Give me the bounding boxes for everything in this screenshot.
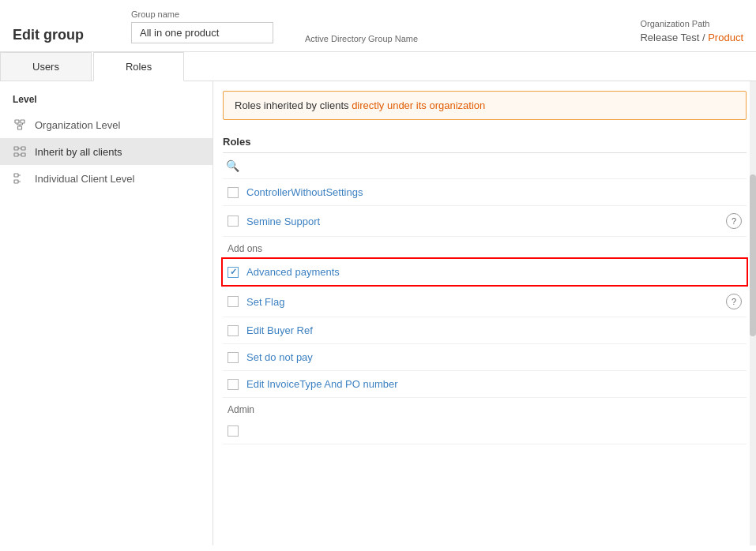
scrollbar-thumb[interactable] [750, 174, 756, 337]
role-name-edit-buyer-ref: Edit Buyer Ref [246, 324, 313, 336]
sidebar-individual-label: Individual Client Level [35, 173, 134, 185]
svg-rect-10 [21, 153, 25, 156]
info-text-before: Roles inherited by clients [235, 99, 352, 111]
role-name-advanced-payments: Advanced payments [246, 266, 340, 278]
header: Edit group Group name Active Directory G… [0, 0, 756, 52]
group-name-field: Group name [131, 9, 273, 43]
content-area: Level Organization Level [0, 81, 756, 545]
search-icon: 🔍 [226, 159, 239, 172]
svg-rect-13 [14, 174, 18, 177]
ad-group-label: Active Directory Group Name [305, 34, 418, 43]
level-label: Level [0, 94, 213, 111]
role-checkbox-controller[interactable] [228, 187, 239, 198]
tab-roles[interactable]: Roles [93, 52, 184, 81]
svg-rect-14 [14, 180, 18, 183]
svg-rect-0 [15, 120, 19, 123]
role-item-advanced-payments[interactable]: Advanced payments [221, 257, 748, 287]
main-panel: Roles inherited by clients directly unde… [213, 81, 756, 545]
role-item-admin-partial[interactable] [223, 418, 747, 444]
sidebar-item-org-level[interactable]: Organization Level [0, 111, 213, 138]
role-checkbox-edit-invoice-type[interactable] [228, 379, 239, 390]
role-name-controller: ControllerWithoutSettings [246, 186, 363, 198]
org-path-label: Organization Path [640, 19, 743, 28]
search-row[interactable]: 🔍 [223, 153, 747, 179]
role-name-set-do-not-pay: Set do not pay [246, 351, 313, 363]
org-path-sub: Product [708, 32, 743, 43]
role-checkbox-advanced-payments[interactable] [228, 267, 239, 278]
inherit-icon [13, 144, 27, 159]
roles-section: Roles 🔍 ControllerWithoutSettings Semine… [223, 129, 747, 444]
svg-rect-1 [21, 120, 24, 123]
org-path-org: Release Test [640, 32, 699, 43]
svg-rect-8 [21, 147, 25, 150]
sidebar-item-inherit[interactable]: Inherit by all clients [0, 138, 213, 165]
role-checkbox-set-flag[interactable] [228, 296, 239, 307]
scrollbar-track [750, 81, 756, 545]
tab-bar: Users Roles [0, 52, 756, 81]
sidebar: Level Organization Level [0, 81, 213, 545]
svg-rect-7 [14, 147, 18, 150]
info-banner: Roles inherited by clients directly unde… [223, 91, 747, 120]
tab-users[interactable]: Users [0, 52, 92, 81]
role-checkbox-semine[interactable] [228, 216, 239, 227]
ad-group-field: Active Directory Group Name [305, 34, 418, 43]
sidebar-org-label: Organization Level [35, 119, 120, 131]
sidebar-item-individual[interactable]: Individual Client Level [0, 165, 213, 192]
role-name-semine: Semine Support [246, 216, 320, 227]
page-title: Edit group [13, 27, 84, 43]
org-path-value: Release Test / Product [640, 32, 743, 43]
info-text-highlight: directly under its organization [352, 99, 485, 111]
role-item-set-flag[interactable]: Set Flag ? [223, 287, 747, 317]
role-item-edit-invoice-type[interactable]: Edit InvoiceType And PO number [223, 371, 747, 398]
role-checkbox-set-do-not-pay[interactable] [228, 352, 239, 363]
role-item-semine[interactable]: Semine Support ? [223, 206, 747, 237]
org-path-sep: / [699, 32, 708, 43]
role-checkbox-admin-partial[interactable] [228, 425, 239, 437]
role-item-edit-buyer-ref[interactable]: Edit Buyer Ref [223, 317, 747, 344]
role-item-set-do-not-pay[interactable]: Set do not pay [223, 344, 747, 371]
role-name-edit-invoice-type: Edit InvoiceType And PO number [246, 378, 398, 390]
org-icon [13, 118, 27, 132]
role-item-controller[interactable]: ControllerWithoutSettings [223, 179, 747, 206]
svg-rect-2 [18, 126, 22, 129]
svg-rect-9 [14, 153, 18, 156]
org-path-field: Organization Path Release Test / Product [640, 19, 743, 43]
section-label-addons: Add ons [223, 237, 747, 257]
sidebar-inherit-label: Inherit by all clients [35, 146, 122, 158]
individual-icon [13, 171, 27, 186]
group-name-input[interactable] [131, 22, 273, 43]
roles-header: Roles [223, 129, 747, 153]
group-name-label: Group name [131, 9, 273, 19]
help-icon-set-flag[interactable]: ? [726, 294, 742, 309]
role-checkbox-edit-buyer-ref[interactable] [228, 325, 239, 336]
help-icon-semine[interactable]: ? [726, 213, 742, 229]
role-name-set-flag: Set Flag [246, 296, 284, 308]
section-label-admin: Admin [223, 398, 747, 418]
